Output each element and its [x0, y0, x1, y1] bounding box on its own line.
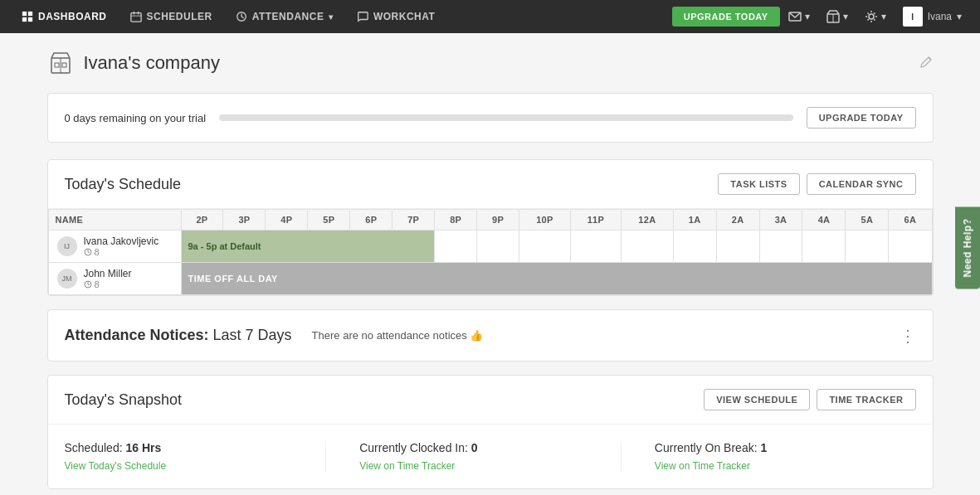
nav-settings-button[interactable]: ▾	[856, 0, 895, 33]
empty-cell	[622, 231, 674, 263]
nav-item-dashboard[interactable]: DASHBOARD	[10, 0, 119, 33]
col-header-5p: 5P	[308, 210, 350, 231]
col-header-3a: 3A	[759, 210, 802, 231]
nav-item-workchat[interactable]: WORKCHAT	[345, 0, 446, 33]
company-name: Ivana's company	[84, 52, 220, 74]
company-header: Ivana's company	[47, 50, 934, 76]
col-header-2a: 2A	[716, 210, 759, 231]
employee-info: Ivana Jakovljevic 8	[84, 235, 159, 257]
col-header-10p: 10P	[519, 210, 571, 231]
calendar-sync-button[interactable]: CALENDAR SYNC	[807, 173, 916, 195]
nav-workchat-label: WORKCHAT	[373, 11, 435, 22]
workchat-icon	[357, 11, 368, 22]
time-off-bar: TIME OFF ALL DAY	[182, 263, 932, 294]
nav-upgrade-button[interactable]: UPGRADE TODAY	[672, 7, 780, 27]
nav-item-scheduler[interactable]: SCHEDULER	[119, 0, 224, 33]
attendance-more-menu[interactable]: ⋮	[900, 328, 916, 344]
nav-scheduler-label: SCHEDULER	[147, 11, 212, 22]
col-header-4p: 4P	[266, 210, 308, 231]
svg-line-25	[88, 284, 90, 285]
svg-point-14	[869, 14, 874, 19]
clocked-link[interactable]: View on Time Tracker	[359, 460, 455, 472]
schedule-actions: TASK LISTS CALENDAR SYNC	[718, 173, 915, 195]
empty-cell	[802, 231, 846, 263]
snapshot-content: Scheduled: 16 Hrs View Today's Schedule …	[48, 425, 933, 488]
clock-icon	[84, 248, 92, 256]
col-header-6p: 6P	[350, 210, 392, 231]
col-header-9p: 9P	[477, 210, 519, 231]
nav-user-menu[interactable]: I Ivana ▾	[895, 0, 970, 33]
avatar: JM	[57, 269, 77, 289]
view-schedule-link[interactable]: View Today's Schedule	[65, 460, 167, 472]
shift-bar: 9a - 5p at Default	[182, 231, 435, 262]
svg-rect-4	[130, 13, 140, 22]
col-header-1a: 1A	[673, 210, 716, 231]
table-row: IJ Ivana Jakovljevic 8	[48, 231, 932, 263]
col-header-2p: 2P	[181, 210, 223, 231]
employee-row: JM John Miller 8	[57, 268, 173, 289]
svg-line-19	[929, 57, 931, 60]
clock-icon	[84, 280, 92, 289]
col-header-4a: 4A	[802, 210, 846, 231]
snapshot-actions: VIEW SCHEDULE TIME TRACKER	[704, 389, 915, 410]
table-row: JM John Miller 8	[48, 263, 932, 295]
empty-cell	[673, 231, 716, 263]
break-link[interactable]: View on Time Tracker	[655, 460, 750, 472]
nav-attendance-label: ATTENDANCE	[252, 11, 324, 22]
avatar: IJ	[57, 236, 77, 256]
schedule-table-wrapper: NAME 2P 3P 4P 5P 6P 7P 8P 9P 10P 11P 12A…	[48, 209, 933, 295]
schedule-card-header: Today's Schedule TASK LISTS CALENDAR SYN…	[48, 160, 933, 209]
attendance-icon	[236, 11, 247, 22]
employee-hours: 8	[84, 279, 132, 289]
schedule-card: Today's Schedule TASK LISTS CALENDAR SYN…	[47, 159, 934, 296]
user-name: Ivana	[928, 11, 952, 22]
schedule-table: NAME 2P 3P 4P 5P 6P 7P 8P 9P 10P 11P 12A…	[48, 209, 933, 295]
nav-mail-button[interactable]: ▾	[780, 0, 818, 33]
empty-cell	[716, 231, 759, 263]
svg-rect-0	[22, 12, 27, 16]
top-navigation: DASHBOARD SCHEDULER ATTENDANCE WORKCHAT …	[0, 0, 980, 33]
attendance-notice-text: There are no attendance notices 👍	[312, 329, 484, 342]
empty-cell	[759, 231, 802, 263]
empty-cell	[435, 231, 477, 263]
snapshot-card: Today's Snapshot VIEW SCHEDULE TIME TRAC…	[47, 375, 934, 489]
col-header-7p: 7P	[392, 210, 435, 231]
scheduler-icon	[130, 11, 142, 22]
svg-rect-2	[22, 17, 27, 22]
empty-cell	[570, 231, 622, 263]
task-lists-button[interactable]: TASK LISTS	[718, 173, 799, 195]
empty-cell	[477, 231, 519, 263]
clocked-value: 0	[471, 441, 478, 454]
mail-icon	[788, 10, 802, 23]
col-header-6a: 6A	[889, 210, 932, 231]
store-building-icon	[49, 51, 72, 75]
need-help-tab[interactable]: Need Help?	[955, 206, 980, 289]
mail-chevron: ▾	[805, 11, 810, 22]
trial-upgrade-button[interactable]: UPGRADE TODAY	[807, 107, 916, 129]
snapshot-stat-scheduled: Scheduled: 16 Hrs View Today's Schedule	[65, 441, 326, 472]
clocked-label: Currently Clocked In: 0	[359, 441, 604, 454]
snapshot-title: Today's Snapshot	[65, 391, 183, 409]
empty-cell	[519, 231, 571, 263]
snapshot-stat-break: Currently On Break: 1 View on Time Track…	[621, 441, 916, 472]
attendance-title: Attendance Notices: Last 7 Days	[65, 327, 292, 344]
view-schedule-button[interactable]: VIEW SCHEDULE	[704, 389, 810, 410]
employee-row: IJ Ivana Jakovljevic 8	[57, 235, 173, 257]
employee-hours: 8	[84, 247, 159, 257]
col-header-8p: 8P	[435, 210, 477, 231]
scheduled-value: 16 Hrs	[125, 441, 161, 454]
nav-item-attendance[interactable]: ATTENDANCE	[224, 0, 345, 33]
snapshot-stat-clocked: Currently Clocked In: 0 View on Time Tra…	[325, 441, 621, 472]
col-header-12a: 12A	[622, 210, 674, 231]
settings-icon	[865, 10, 878, 23]
snapshot-header: Today's Snapshot VIEW SCHEDULE TIME TRAC…	[48, 376, 933, 425]
pencil-icon	[920, 55, 934, 68]
store-icon	[826, 10, 840, 23]
schedule-title: Today's Schedule	[65, 176, 182, 193]
trial-progress-bar	[219, 114, 793, 121]
time-tracker-button[interactable]: TIME TRACKER	[817, 389, 915, 410]
dashboard-icon	[22, 11, 33, 22]
edit-company-button[interactable]	[920, 55, 934, 71]
nav-store-button[interactable]: ▾	[818, 0, 856, 33]
svg-rect-17	[55, 63, 59, 67]
